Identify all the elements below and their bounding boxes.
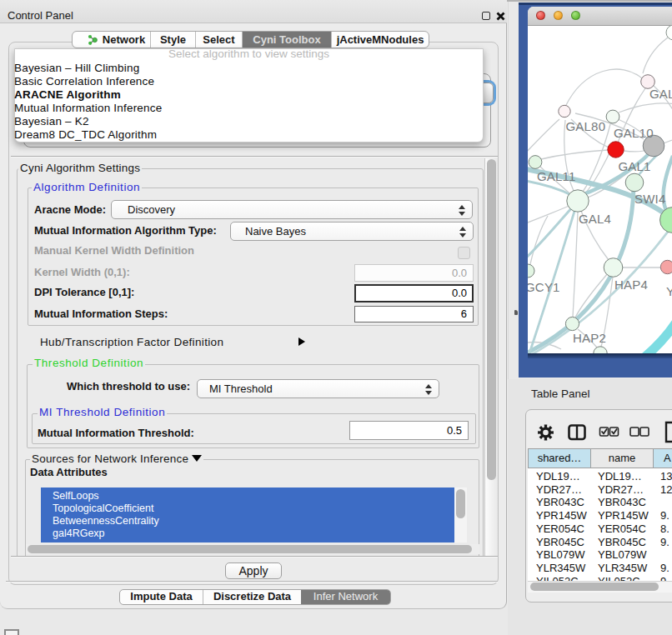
svg-text:GAL11: GAL11: [537, 169, 576, 183]
svg-text:YD: YD: [666, 284, 672, 298]
svg-text:GAL10: GAL10: [614, 126, 654, 140]
svg-text:GCY1: GCY1: [528, 280, 560, 294]
svg-text:GAL80: GAL80: [566, 119, 606, 133]
svg-text:HAP4: HAP4: [614, 278, 648, 292]
svg-text:GAL1: GAL1: [619, 159, 651, 173]
svg-text:GAL4: GAL4: [579, 212, 611, 226]
svg-text:HAP2: HAP2: [573, 331, 606, 345]
svg-text:SWI4: SWI4: [634, 192, 665, 206]
svg-text:GAL2: GAL2: [649, 87, 672, 101]
